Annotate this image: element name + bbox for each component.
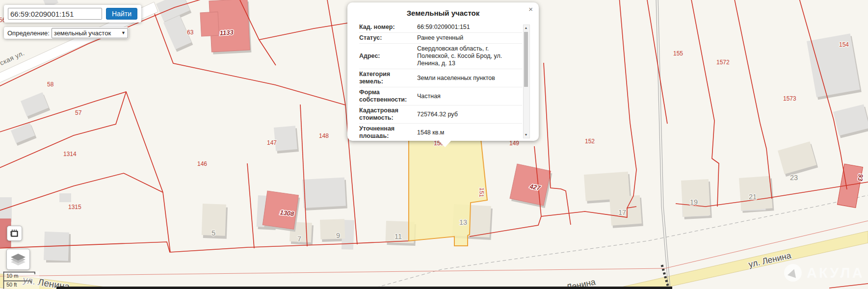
row-value: Ранее учтенный: [414, 34, 522, 42]
parcel-label-146: 146: [197, 160, 207, 167]
parcel-info-popup: Земельный участок × Кад. номер: 66:59:02…: [347, 2, 539, 141]
house-label-19: 19: [690, 198, 698, 206]
row-value: Свердловская область, г. Полевской, с. К…: [414, 45, 522, 67]
parcel-label-149: 149: [509, 140, 519, 147]
house-label-7: 7: [297, 235, 301, 243]
row-value: Частная: [414, 93, 522, 100]
definition-selected-value: земельный участок: [54, 29, 111, 37]
row-value: 1548 кв.м: [414, 129, 522, 136]
row-label: Кадастровая стоимость:: [359, 107, 414, 122]
parcel-label-154: 154: [839, 41, 849, 48]
building-label-93: 93: [856, 174, 865, 182]
popup-row-stoimost: Кадастровая стоимость: 725764.32 руб: [359, 105, 522, 123]
row-label: Уточненная площадь:: [359, 125, 414, 138]
parcel-label-147: 147: [267, 139, 277, 146]
search-panel: Найти: [4, 5, 141, 23]
find-button[interactable]: Найти: [106, 8, 137, 20]
popup-row-ploshchad: Уточненная площадь: 1548 кв.м: [359, 123, 522, 138]
scale-control: 10 m 50 ft: [3, 271, 42, 289]
watermark-logo-icon: [784, 264, 802, 282]
scale-imperial-label: 50 ft: [6, 282, 17, 288]
popup-row-adres: Адрес: Свердловская область, г. Полевско…: [359, 43, 522, 69]
watermark-text: АКУЛА: [807, 265, 865, 281]
house-label-5: 5: [211, 229, 215, 237]
definition-select[interactable]: земельный участок ▼: [52, 28, 128, 38]
scrollbar-thumb[interactable]: [524, 32, 528, 87]
popup-title: Земельный участок: [347, 2, 539, 17]
house-label-23: 23: [790, 174, 798, 182]
house-label-17: 17: [618, 209, 626, 216]
house-label-11: 11: [395, 233, 402, 240]
row-value: 725764.32 руб: [414, 111, 522, 118]
layers-button[interactable]: [6, 249, 30, 270]
row-label: Категория земель:: [359, 71, 414, 85]
row-label: Форма собственности:: [359, 89, 414, 104]
watermark: АКУЛА: [784, 264, 865, 282]
row-label: Кад. номер:: [359, 24, 414, 31]
parcel-label-1573: 1573: [783, 95, 796, 102]
popup-row-kategoriya: Категория земель: Земли населенных пункт…: [359, 69, 522, 87]
popup-scrollbar[interactable]: ▲ ▼: [523, 25, 530, 138]
house-label-13: 13: [459, 218, 467, 226]
parcel-label-57: 57: [75, 109, 82, 116]
row-label: Статус:: [359, 34, 414, 42]
definition-label: Определение:: [7, 29, 50, 37]
parcel-label-58: 58: [47, 81, 54, 88]
ruler-square-icon: [10, 229, 19, 238]
popup-content: Кад. номер: 66:59:0209001:151 Статус: Ра…: [359, 22, 522, 138]
scroll-up-icon[interactable]: ▲: [524, 25, 528, 31]
parcel-label-148: 148: [319, 132, 329, 139]
parcel-label-63: 63: [187, 29, 194, 36]
popup-row-forma: Форма собственности: Частная: [359, 87, 522, 105]
parcel-label-151: 151: [478, 187, 485, 198]
parcel-label-155: 155: [673, 50, 683, 57]
bottom-edge-bar: [56, 287, 672, 289]
search-input[interactable]: [8, 8, 102, 20]
house-label-21: 21: [749, 193, 757, 201]
scroll-down-icon[interactable]: ▼: [524, 132, 528, 138]
measure-button[interactable]: [7, 226, 22, 241]
row-label: Адрес:: [359, 53, 414, 60]
row-value: 66:59:0209001:151: [414, 24, 522, 31]
close-icon[interactable]: ×: [528, 5, 533, 13]
cadastral-map-app: 56 58 57 63 1314 1315 146 147 148 149 15…: [0, 0, 868, 289]
parcel-label-1314: 1314: [63, 151, 77, 158]
scale-metric-label: 10 m: [6, 273, 18, 279]
parcel-label-152: 152: [585, 138, 595, 145]
house-label-9: 9: [336, 232, 340, 239]
building-label-1133: 1133: [219, 28, 234, 37]
popup-row-kad-nomer: Кад. номер: 66:59:0209001:151: [359, 22, 522, 32]
popup-row-status: Статус: Ранее учтенный: [359, 32, 522, 43]
chevron-down-icon: ▼: [121, 30, 126, 35]
popup-callout-arrow: [438, 140, 452, 147]
definition-panel: Определение: земельный участок ▼: [4, 27, 129, 39]
layers-icon: [9, 252, 27, 267]
row-value: Земли населенных пунктов: [414, 75, 522, 82]
parcel-label-1572: 1572: [716, 59, 730, 66]
parcel-label-1315: 1315: [68, 204, 81, 210]
